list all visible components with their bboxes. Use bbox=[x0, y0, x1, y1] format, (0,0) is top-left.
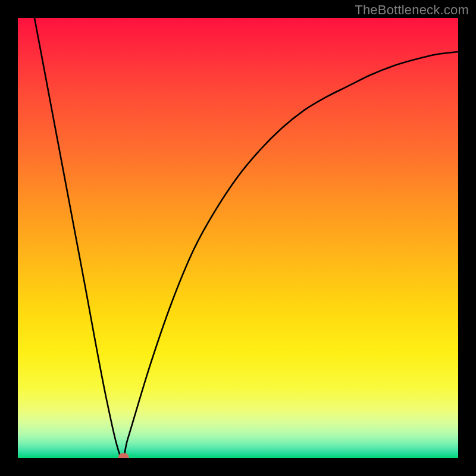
chart-frame: TheBottleneck.com bbox=[0, 0, 476, 476]
attribution-text: TheBottleneck.com bbox=[355, 2, 469, 18]
plot-area bbox=[18, 18, 458, 458]
curve-layer bbox=[18, 18, 458, 458]
bottleneck-curve bbox=[18, 18, 458, 458]
